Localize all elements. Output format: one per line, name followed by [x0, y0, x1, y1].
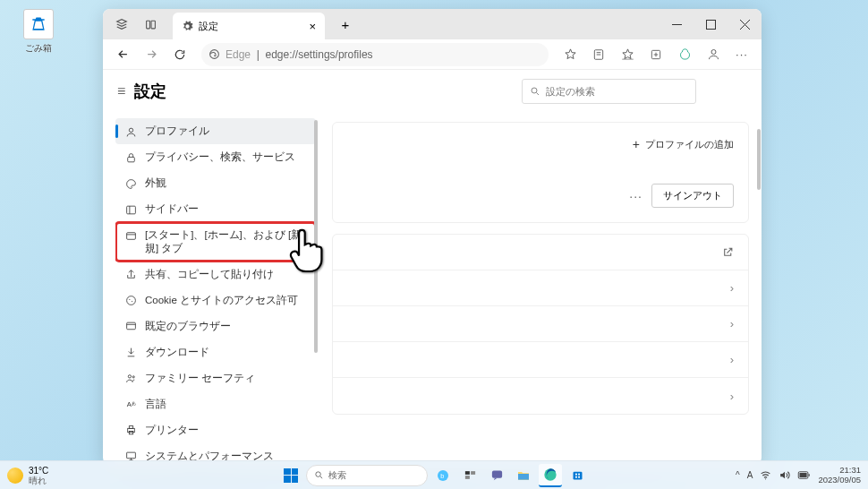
chevron-right-icon: ›	[730, 281, 734, 295]
recycle-bin-label: ごみ箱	[25, 42, 52, 55]
recycle-bin-icon	[23, 9, 54, 39]
svg-rect-20	[129, 426, 132, 429]
taskbar-taskview-icon[interactable]	[458, 464, 481, 487]
signout-button[interactable]: サインアウト	[651, 184, 734, 208]
download-icon	[124, 347, 137, 359]
svg-point-37	[765, 478, 766, 479]
settings-header: ≡ 設定	[103, 70, 319, 113]
content-scrollbar[interactable]	[757, 129, 761, 190]
nav-cookies[interactable]: Cookie とサイトのアクセス許可	[115, 287, 316, 313]
taskbar-store-icon[interactable]	[566, 464, 589, 487]
desktop-recycle-bin[interactable]: ごみ箱	[23, 9, 54, 55]
svg-point-23	[532, 88, 537, 93]
ime-indicator[interactable]: A	[747, 470, 753, 480]
wifi-icon[interactable]	[760, 469, 771, 481]
clock[interactable]: 21:31 2023/09/05	[818, 466, 861, 485]
svg-rect-39	[809, 474, 810, 476]
share-icon	[124, 269, 137, 281]
vertical-tabs-icon[interactable]	[139, 13, 162, 36]
svg-rect-33	[575, 474, 577, 476]
hamburger-icon[interactable]: ≡	[117, 83, 125, 99]
list-item[interactable]: ›	[333, 378, 748, 414]
weather-condition: 晴れ	[29, 476, 48, 485]
svg-point-3	[210, 50, 219, 59]
maximize-button[interactable]	[694, 9, 728, 39]
reading-list-icon[interactable]	[586, 42, 611, 67]
lock-icon	[124, 151, 137, 164]
search-input[interactable]	[546, 86, 688, 97]
chevron-right-icon: ›	[730, 353, 734, 366]
address-field[interactable]: Edge | edge://settings/profiles	[201, 43, 549, 66]
collections-icon[interactable]	[643, 42, 668, 67]
profile-icon	[124, 125, 137, 138]
svg-point-7	[129, 128, 132, 132]
svg-rect-2	[706, 20, 715, 29]
favorite-icon[interactable]	[557, 42, 583, 67]
nav-privacy[interactable]: プライバシー、検索、サービス	[115, 144, 316, 170]
svg-rect-34	[578, 474, 580, 476]
new-tab-button[interactable]: +	[334, 13, 357, 36]
nav-share[interactable]: 共有、コピーして貼り付け	[115, 262, 316, 287]
list-item[interactable]: ›	[333, 306, 748, 342]
minimize-button[interactable]	[660, 9, 694, 39]
refresh-button[interactable]	[167, 42, 192, 67]
taskbar-chat-icon[interactable]	[485, 464, 508, 487]
browser-tab[interactable]: 設定 ×	[173, 13, 325, 39]
svg-rect-36	[578, 476, 580, 478]
battery-icon[interactable]	[797, 469, 811, 481]
nav-default-browser[interactable]: 既定のブラウザー	[115, 313, 316, 339]
nav-sidebar[interactable]: サイドバー	[115, 196, 316, 222]
svg-rect-27	[464, 471, 469, 475]
plus-icon: +	[633, 137, 640, 151]
svg-rect-28	[471, 471, 475, 475]
taskbar-edge-icon[interactable]	[539, 464, 562, 487]
svg-rect-21	[129, 432, 132, 434]
add-profile-button[interactable]: + プロファイルの追加	[633, 137, 734, 151]
nav-family[interactable]: ファミリー セーフティ	[115, 365, 316, 391]
profile-icon[interactable]	[701, 42, 726, 67]
page-title: 設定	[134, 81, 166, 102]
volume-icon[interactable]	[779, 469, 790, 481]
taskbar-search[interactable]: 検索	[306, 465, 428, 486]
svg-rect-14	[126, 323, 135, 330]
forward-button[interactable]	[139, 42, 164, 67]
back-button[interactable]	[110, 42, 135, 67]
printer-icon	[124, 425, 137, 437]
nav-downloads[interactable]: ダウンロード	[115, 339, 316, 365]
browser-window: 設定 × + Edge | edge://settings/profiles ·…	[103, 9, 762, 465]
svg-rect-29	[464, 476, 469, 479]
titlebar: 設定 × +	[103, 9, 762, 39]
language-icon: Aあ	[124, 399, 137, 411]
menu-icon[interactable]: ···	[729, 42, 754, 67]
sun-icon	[7, 468, 23, 484]
close-button[interactable]	[728, 9, 762, 39]
weather-widget[interactable]: 31°C 晴れ	[7, 466, 48, 485]
svg-point-16	[132, 376, 134, 378]
svg-rect-0	[146, 21, 149, 29]
svg-point-11	[126, 296, 135, 305]
profile-options-list: › › › ›	[332, 234, 749, 415]
profile-more-icon[interactable]: ···	[629, 189, 642, 203]
nav-profile[interactable]: プロファイル	[115, 118, 316, 144]
nav-printer[interactable]: プリンター	[115, 417, 316, 443]
taskbar-bing-icon[interactable]: b	[431, 464, 455, 487]
tab-actions-icon[interactable]	[110, 13, 133, 36]
favorites-bar-icon[interactable]	[615, 42, 640, 67]
start-button[interactable]	[279, 464, 302, 487]
nav-appearance[interactable]: 外観	[115, 170, 316, 196]
tab-close-icon[interactable]: ×	[309, 20, 316, 33]
chevron-right-icon: ›	[730, 390, 734, 403]
tray-chevron-icon[interactable]: ^	[736, 470, 740, 480]
nav-start-home-newtab[interactable]: [スタート]、[ホーム]、および [新規] タブ	[115, 222, 316, 262]
taskbar-explorer-icon[interactable]	[512, 464, 535, 487]
list-item[interactable]: ›	[333, 270, 748, 306]
settings-search[interactable]	[522, 79, 696, 104]
extensions-icon[interactable]	[672, 42, 697, 67]
list-item[interactable]: ›	[333, 342, 748, 378]
list-item[interactable]	[333, 235, 748, 270]
family-icon	[124, 373, 137, 385]
nav-language[interactable]: Aあ言語	[115, 391, 316, 417]
svg-point-13	[132, 301, 132, 302]
svg-point-24	[316, 472, 321, 477]
nav-scrollbar[interactable]	[314, 120, 318, 353]
